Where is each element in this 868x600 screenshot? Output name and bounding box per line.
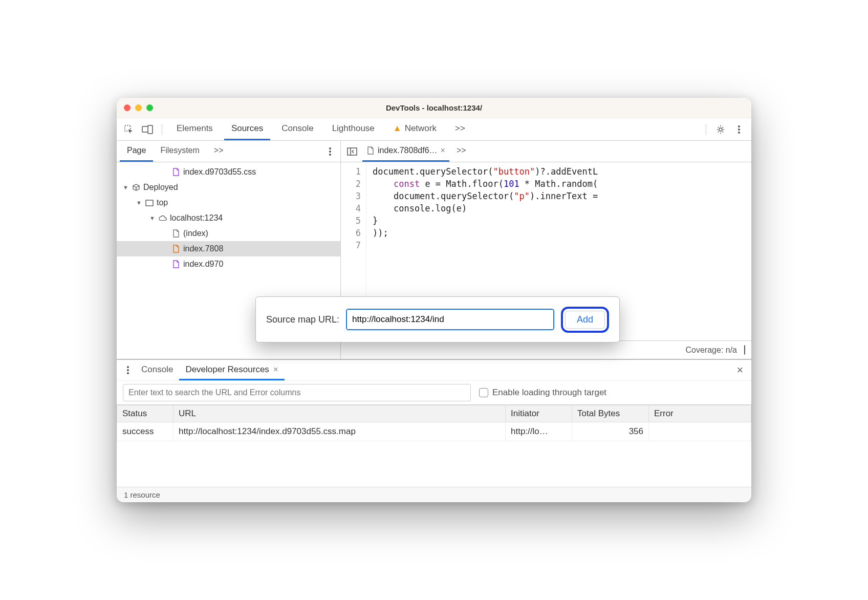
svg-point-9 xyxy=(329,154,331,156)
tree-label: index.d970 xyxy=(183,260,223,269)
editor-tabbar: index.7808df6… × >> xyxy=(341,141,751,162)
settings-icon[interactable] xyxy=(713,122,728,137)
editor-tab-label: index.7808df6… xyxy=(378,146,438,155)
col-initiator[interactable]: Initiator xyxy=(506,405,572,422)
tabs-overflow[interactable]: >> xyxy=(448,118,472,140)
drawer-controls: Enable loading through target xyxy=(117,380,751,405)
svg-point-8 xyxy=(329,151,331,153)
col-status[interactable]: Status xyxy=(117,405,173,422)
frame-icon xyxy=(145,198,154,207)
source-map-popup: Source map URL: Add xyxy=(255,296,620,342)
js-file-icon xyxy=(172,244,180,253)
svg-point-14 xyxy=(127,369,129,371)
add-button-highlight: Add xyxy=(561,307,609,333)
svg-point-3 xyxy=(719,128,722,131)
minimize-window-button[interactable] xyxy=(135,104,142,111)
expand-panel-icon[interactable] xyxy=(744,346,745,355)
col-total-bytes[interactable]: Total Bytes xyxy=(572,405,649,422)
drawer-tabs: Console Developer Resources × × xyxy=(117,360,751,380)
svg-point-4 xyxy=(738,125,740,127)
toggle-navigator-icon[interactable] xyxy=(345,144,359,159)
tree-label: Deployed xyxy=(143,183,178,192)
tree-top[interactable]: ▼ top xyxy=(117,195,340,210)
tree-label: index.d9703d55.css xyxy=(183,167,256,177)
cell-url: http://localhost:1234/index.d9703d55.css… xyxy=(173,422,506,441)
tree-file-css2[interactable]: index.d970 xyxy=(117,256,340,272)
device-toolbar-icon[interactable] xyxy=(140,122,155,137)
drawer-tab-developer-resources[interactable]: Developer Resources × xyxy=(179,360,284,380)
editor-status-strip: Coverage: n/a xyxy=(341,340,751,359)
subtabs-overflow[interactable]: >> xyxy=(207,141,231,162)
close-tab-icon[interactable]: × xyxy=(441,146,445,155)
resources-table-wrap: Status URL Initiator Total Bytes Error s… xyxy=(117,405,751,487)
kebab-menu-icon[interactable] xyxy=(732,122,746,137)
source-map-url-input[interactable] xyxy=(346,309,554,330)
cell-bytes: 356 xyxy=(572,422,649,441)
table-row[interactable]: success http://localhost:1234/index.d970… xyxy=(117,422,751,441)
svg-point-15 xyxy=(127,372,129,374)
tree-label: (index) xyxy=(183,229,208,238)
cube-icon xyxy=(132,183,140,192)
tab-network-label: Network xyxy=(405,123,437,134)
cell-status: success xyxy=(117,422,173,441)
document-icon xyxy=(172,229,180,238)
svg-point-6 xyxy=(738,132,740,134)
close-drawer-icon[interactable]: × xyxy=(733,363,747,377)
svg-rect-10 xyxy=(146,200,153,206)
js-file-icon xyxy=(366,146,375,155)
titlebar: DevTools - localhost:1234/ xyxy=(117,98,751,118)
svg-point-5 xyxy=(738,128,740,131)
css-file-icon xyxy=(172,167,180,177)
tab-lighthouse[interactable]: Lighthouse xyxy=(325,118,382,140)
editor-tab-active[interactable]: index.7808df6… × xyxy=(362,141,449,162)
chevron-down-icon: ▼ xyxy=(136,200,142,206)
add-button[interactable]: Add xyxy=(565,311,605,329)
sources-menu-icon[interactable] xyxy=(323,144,337,159)
tab-network[interactable]: ▲ Network xyxy=(386,118,444,140)
close-window-button[interactable] xyxy=(124,104,131,111)
resources-table: Status URL Initiator Total Bytes Error s… xyxy=(117,405,751,441)
subtab-filesystem[interactable]: Filesystem xyxy=(153,141,206,162)
tree-label: localhost:1234 xyxy=(170,213,223,223)
devtools-window: DevTools - localhost:1234/ Elements Sour… xyxy=(117,98,751,502)
tree-label: index.7808 xyxy=(183,244,223,253)
css-file-icon xyxy=(172,260,180,269)
svg-rect-2 xyxy=(148,125,153,134)
checkbox-label: Enable loading through target xyxy=(492,388,606,398)
drawer: Console Developer Resources × × Enable l… xyxy=(117,359,751,502)
drawer-tab-console[interactable]: Console xyxy=(135,360,179,380)
coverage-label: Coverage: n/a xyxy=(685,346,737,355)
cell-error xyxy=(649,422,751,441)
tree-file-css[interactable]: index.d9703d55.css xyxy=(117,164,340,180)
popup-label: Source map URL: xyxy=(266,314,339,325)
tree-file-js[interactable]: index.7808 xyxy=(117,241,340,256)
col-url[interactable]: URL xyxy=(173,405,506,422)
drawer-footer: 1 resource xyxy=(117,487,751,502)
close-drawer-tab-icon[interactable]: × xyxy=(273,365,278,375)
enable-loading-checkbox[interactable]: Enable loading through target xyxy=(479,388,606,398)
traffic-lights xyxy=(124,104,153,111)
tree-deployed[interactable]: ▼ Deployed xyxy=(117,180,340,195)
svg-point-7 xyxy=(329,147,331,149)
cloud-icon xyxy=(159,213,167,223)
sources-subtabs: Page Filesystem >> xyxy=(117,141,340,162)
window-title: DevTools - localhost:1234/ xyxy=(117,103,751,112)
chevron-down-icon: ▼ xyxy=(123,184,129,190)
tree-index[interactable]: (index) xyxy=(117,226,340,241)
tree-host[interactable]: ▼ localhost:1234 xyxy=(117,210,340,226)
tree-label: top xyxy=(157,198,168,207)
tab-sources[interactable]: Sources xyxy=(224,118,270,140)
tab-console[interactable]: Console xyxy=(274,118,320,140)
editor-tabs-overflow[interactable]: >> xyxy=(452,141,470,162)
col-error[interactable]: Error xyxy=(649,405,751,422)
main-toolbar: Elements Sources Console Lighthouse ▲ Ne… xyxy=(117,118,751,141)
drawer-menu-icon[interactable] xyxy=(121,363,135,377)
maximize-window-button[interactable] xyxy=(146,104,153,111)
drawer-search-input[interactable] xyxy=(123,384,471,401)
tab-elements[interactable]: Elements xyxy=(169,118,220,140)
chevron-down-icon: ▼ xyxy=(149,215,156,221)
inspect-element-icon[interactable] xyxy=(122,122,136,137)
subtab-page[interactable]: Page xyxy=(120,141,153,162)
svg-point-13 xyxy=(127,366,129,368)
checkbox-icon xyxy=(479,388,488,397)
